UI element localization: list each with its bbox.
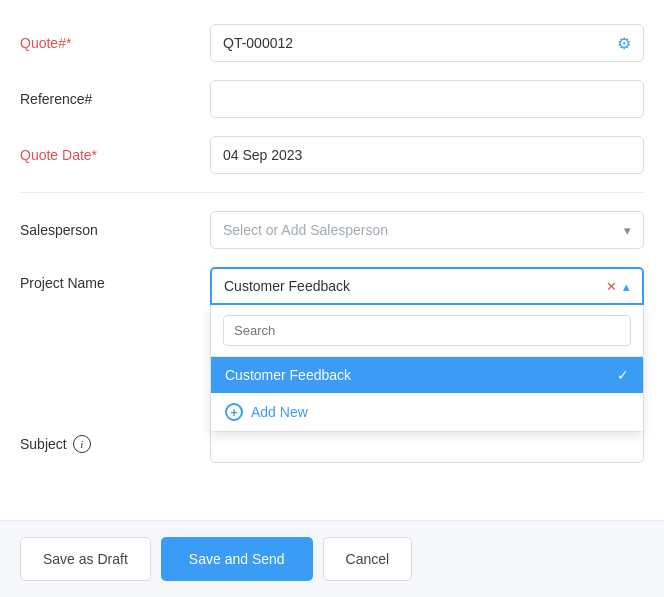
dropdown-search-input[interactable] (223, 315, 631, 346)
salesperson-row: Salesperson Select or Add Salesperson ▾ (20, 211, 644, 249)
form-container: Quote#* QT-000012 ⚙ Reference# Quote Dat… (0, 0, 664, 520)
project-name-field[interactable]: Customer Feedback ✕ ▴ (210, 267, 644, 305)
subject-label-container: Subject i (20, 435, 210, 453)
section-divider (20, 192, 644, 193)
clear-icon[interactable]: ✕ (606, 279, 617, 294)
reference-field[interactable] (210, 80, 644, 118)
chevron-down-icon: ▾ (624, 223, 631, 238)
dropdown-option-customer-feedback[interactable]: Customer Feedback ✓ (211, 357, 643, 393)
info-icon[interactable]: i (73, 435, 91, 453)
dropdown-search-box (211, 305, 643, 357)
project-dropdown-panel: Customer Feedback ✓ + Add New (210, 305, 644, 432)
quote-value: QT-000012 (223, 35, 293, 51)
salesperson-placeholder: Select or Add Salesperson (223, 222, 388, 238)
project-field-icons: ✕ ▴ (606, 279, 630, 294)
dropdown-option-label: Customer Feedback (225, 367, 351, 383)
add-new-label: Add New (251, 404, 308, 420)
subject-label-group: Subject i (20, 435, 210, 453)
quote-date-field[interactable]: 04 Sep 2023 (210, 136, 644, 174)
quote-field[interactable]: QT-000012 ⚙ (210, 24, 644, 62)
save-draft-button[interactable]: Save as Draft (20, 537, 151, 581)
cancel-button[interactable]: Cancel (323, 537, 413, 581)
checkmark-icon: ✓ (617, 367, 629, 383)
subject-label-text: Subject (20, 436, 67, 452)
save-send-button[interactable]: Save and Send (161, 537, 313, 581)
footer: Save as Draft Save and Send Cancel (0, 520, 664, 597)
reference-row: Reference# (20, 80, 644, 118)
salesperson-label: Salesperson (20, 222, 210, 238)
quote-label: Quote#* (20, 35, 210, 51)
quote-date-row: Quote Date* 04 Sep 2023 (20, 136, 644, 174)
reference-input[interactable] (223, 91, 631, 107)
subject-input[interactable] (223, 436, 631, 452)
chevron-up-icon[interactable]: ▴ (623, 279, 630, 294)
plus-circle-icon: + (225, 403, 243, 421)
gear-icon[interactable]: ⚙ (617, 34, 631, 53)
project-name-value: Customer Feedback (224, 278, 606, 294)
quote-date-label: Quote Date* (20, 147, 210, 163)
dropdown-add-new[interactable]: + Add New (211, 393, 643, 431)
quote-row: Quote#* QT-000012 ⚙ (20, 24, 644, 62)
quote-date-value: 04 Sep 2023 (223, 147, 302, 163)
salesperson-select[interactable]: Select or Add Salesperson ▾ (210, 211, 644, 249)
salesperson-select-wrapper: Select or Add Salesperson ▾ (210, 211, 644, 249)
project-name-wrapper: Customer Feedback ✕ ▴ Customer Feedback … (210, 267, 644, 305)
reference-label: Reference# (20, 91, 210, 107)
project-name-row: Project Name Customer Feedback ✕ ▴ Custo… (20, 267, 644, 305)
project-name-label: Project Name (20, 267, 210, 291)
